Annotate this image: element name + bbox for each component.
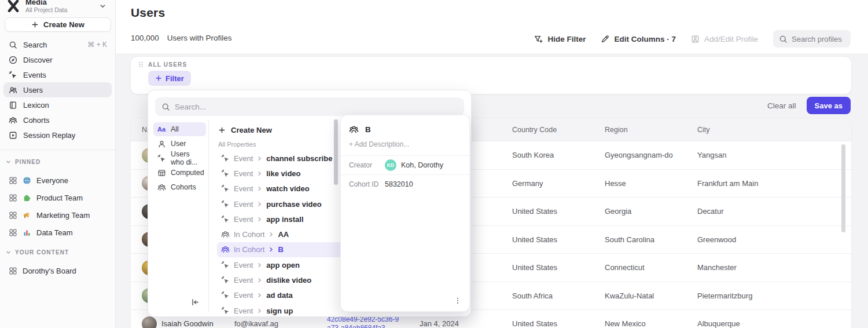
popup-category-computed[interactable]: Computed [153,166,206,180]
user-country: South Korea [512,151,605,159]
user-country: South Africa [512,291,605,300]
popup-search-input[interactable] [175,103,458,111]
creator-label: Creator [349,161,385,169]
pinned-board-marketing-team[interactable]: Marketing Team [3,206,112,224]
megaphone-icon [23,211,31,220]
popup-item-prefix: Event [234,291,253,300]
event-icon [221,307,230,315]
chevron-right-icon [257,202,262,207]
popup-category-label: Users who di... [171,150,203,166]
pinned-board-everyone[interactable]: Everyone [3,172,112,189]
cohort-icon [221,230,230,239]
profiles-count-label: Users with Profiles [167,34,232,42]
creator-name: Koh, Dorothy [401,161,443,169]
pinned-board-data-team[interactable]: Data Team [3,224,112,241]
sidebar-item-lexicon[interactable]: Lexicon [3,97,112,112]
event-icon [221,169,230,178]
pinned-board-product-team[interactable]: Product Team [3,189,112,206]
your-content-section-header[interactable]: YOUR CONTENT [6,249,69,256]
cohort-icon [157,183,166,192]
add-description-button[interactable]: + Add Description... [341,139,469,155]
cohort-icon [349,125,359,134]
profiles-count-row: 100,000 Users with Profiles [131,34,232,42]
board-icon [8,194,17,202]
user-country: Germany [512,179,605,188]
your-content-board-dorothy-s-board[interactable]: Dorothy's Board [3,262,112,279]
event-icon [221,215,230,224]
user-city: Decatur [697,207,851,216]
popup-category-label: All [171,125,179,133]
cohort-id-row: Cohort ID 5832010 [341,174,469,194]
popup-item-prefix: Event [234,154,253,163]
sidebar-item-events[interactable]: Events [3,67,112,82]
users-icon [8,86,17,94]
popup-category-users-who-di[interactable]: Users who di... [153,151,206,165]
sidebar-item-discover[interactable]: Discover [3,52,112,67]
popup-item-prefix: In Cohort [234,245,264,254]
hide-filter-button[interactable]: Hide Filter [534,35,586,43]
edit-columns-button[interactable]: Edit Columns · 7 [601,35,676,43]
popup-item-name: AA [278,230,289,239]
chevron-right-icon [257,278,262,283]
page-title: Users [131,6,165,20]
pinned-board-label: Everyone [36,176,68,185]
user-city: Albuquerque [697,319,851,328]
create-new-label: Create New [43,20,84,29]
search-profiles-input[interactable] [792,35,844,43]
user-email: fo@ikavaf.ag [234,319,327,328]
user-date: Jan 4, 2024 [420,319,512,328]
pinned-section-header[interactable]: PINNED [6,159,41,165]
column-header[interactable]: City [697,126,851,134]
user-country: United States [512,235,605,244]
chevron-right-icon [257,293,262,298]
create-new-button[interactable]: Create New [5,17,111,32]
popup-category-cohorts[interactable]: Cohorts [153,180,206,194]
more-options-icon[interactable] [452,295,464,307]
sidebar-item-session-replay[interactable]: Session Replay [3,127,112,143]
collapse-panel-icon[interactable] [191,298,200,307]
popup-item-name: purchase video [266,200,321,209]
pinned-list: EveryoneProduct TeamMarketing TeamData T… [3,172,112,241]
popup-item-name: app install [266,215,303,224]
column-header[interactable]: Country Code [512,126,605,134]
user-city: Pietermaritzburg [697,291,851,300]
user-region: Connecticut [605,263,697,272]
board-icon [8,228,17,237]
popup-category-all[interactable]: AaAll [153,122,206,136]
popup-scrollbar[interactable] [334,119,338,185]
board-icon [8,211,17,220]
app-window: Media All Project Data Create New Search… [0,0,868,328]
popup-item-prefix: Event [234,169,253,178]
sidebar-item-users[interactable]: Users [3,82,112,97]
clear-all-button[interactable]: Clear all [767,101,796,110]
popup-category-user[interactable]: User [153,137,206,151]
project-switcher[interactable]: Media All Project Data [3,0,112,16]
plus-icon [155,75,162,82]
add-filter-button[interactable]: Filter [148,71,191,86]
your-content-list: Dorothy's Board [3,262,112,279]
user-icon [157,140,166,148]
popup-search-box[interactable] [155,97,464,116]
drag-handle-icon[interactable] [137,61,145,68]
project-subtitle: All Project Data [25,7,67,14]
creator-avatar: KD [385,159,396,171]
search-profiles-box[interactable] [773,30,851,48]
chevron-right-icon [257,186,262,191]
save-as-button[interactable]: Save as [807,97,851,114]
popup-item-name: ad data [266,291,293,300]
user-country: United States [512,319,605,328]
sidebar-divider [0,150,115,150]
sidebar-item-cohorts[interactable]: Cohorts [3,112,112,127]
cohort-icon [221,245,230,254]
column-header[interactable]: Region [605,126,697,134]
sidebar-item-search[interactable]: Search⌘ + K [3,37,112,52]
project-info: Media All Project Data [25,0,67,13]
cohort-title: B [365,125,371,134]
pinned-board-label: Data Team [36,228,73,237]
add-edit-profile-button[interactable]: Add/Edit Profile [691,35,758,43]
funnel-plus-icon [534,35,543,43]
hide-filter-label: Hide Filter [547,35,586,43]
add-edit-profile-label: Add/Edit Profile [704,35,758,43]
user-name: Isaiah Goodwin [161,319,214,328]
table-scrollbar[interactable] [841,144,845,232]
